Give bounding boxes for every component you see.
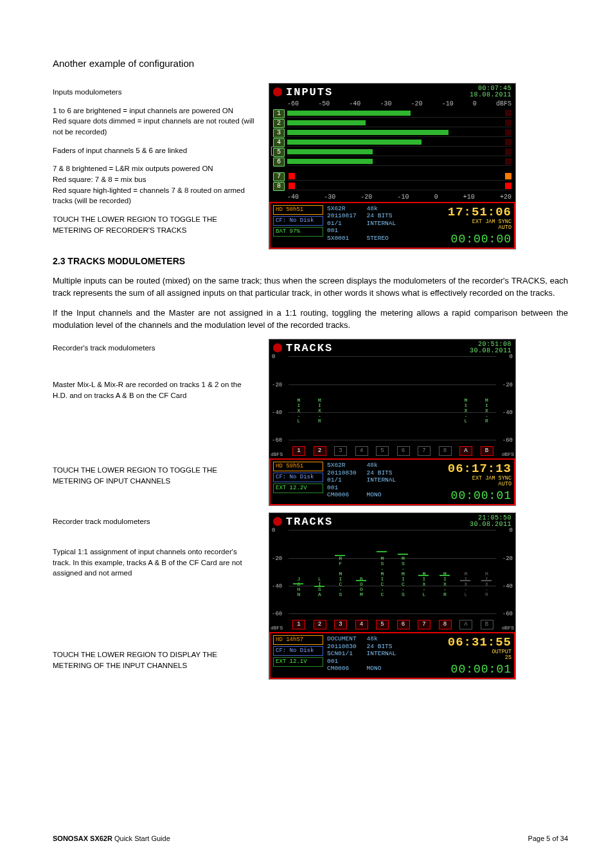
record-dot-icon (273, 87, 282, 96)
body-p1: Multiple inputs can be routed (mixed) on… (53, 275, 568, 300)
inputs-clock: 00:07:4518.08.2011 (470, 86, 511, 98)
inputs-title: INPUTS (286, 86, 333, 98)
tracks2-device-screen: TRACKS 21:05:5030.08.2011 00-20-20-40-40… (269, 512, 516, 680)
page-footer: SONOSAX SX62R Quick Start Guide Page 5 o… (53, 835, 568, 842)
tracks2-status-region[interactable]: HD 14h57CF: No DiskEXT 12.1VDOCUMENT2011… (269, 632, 515, 679)
tracks1-device-screen: TRACKS 20:51:0830.08.2011 00-20-20-40-40… (269, 339, 516, 506)
config-heading: Another example of configuration (53, 58, 568, 69)
tracks2-captions: Recorder track modulometers Typical 1:1 … (53, 512, 256, 680)
body-p2: If the Input channels and the Master are… (53, 307, 568, 332)
tracks1-plot: 00-20-20-40-40-60-60dBFSdBFS1MIX-L2MIX-R… (273, 356, 511, 456)
tracks-section-heading: 2.3 TRACKS MODULOMETERS (53, 256, 568, 266)
inputs-device-screen: INPUTS 00:07:4518.08.2011 -60-50-40-30-2… (269, 83, 516, 249)
record-dot-icon (273, 343, 282, 352)
inputs-meters: 1234[5678 (269, 109, 515, 194)
tracks2-plot: 00-20-20-40-40-60-60dBFSdBFS1JOHN2LISA3R… (273, 530, 511, 629)
tracks1-captions: Recorder's track modulometers Master Mix… (53, 339, 256, 506)
inputs-status-region[interactable]: HD 50h51CF: No DiskBAT 97%SX62R201108170… (269, 202, 515, 249)
tracks1-status-region[interactable]: HD 59h51CF: No DiskEXT 12.2VSX62R2011083… (269, 458, 515, 505)
inputs-captions: Inputs modulometers 1 to 6 are brightene… (53, 83, 256, 249)
inputs-bottom-scale: -40-30-20-100+10+20 (269, 194, 515, 202)
inputs-top-scale: -60-50-40-30-20-100dBFS (269, 100, 515, 109)
record-dot-icon (273, 517, 282, 526)
